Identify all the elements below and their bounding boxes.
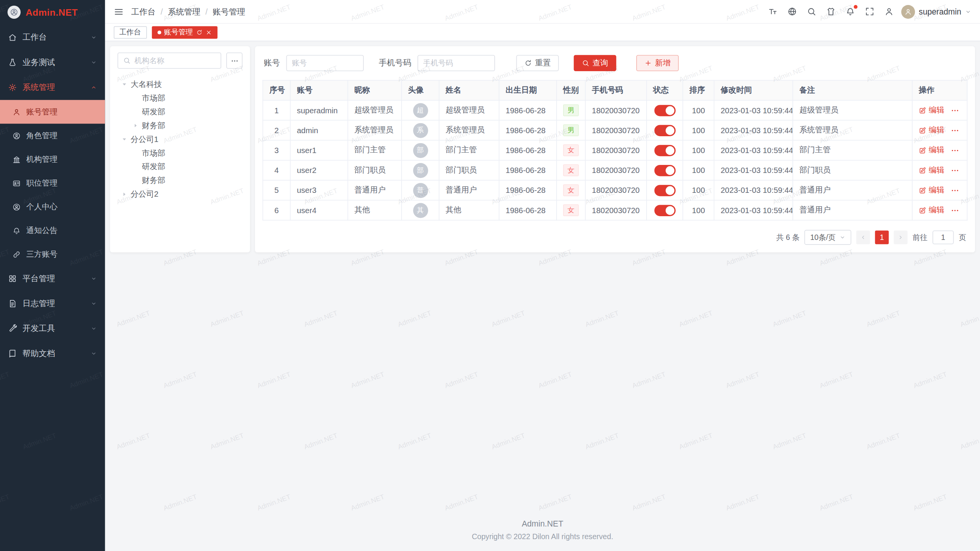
cell-name: 系统管理员 — [439, 120, 499, 140]
refresh-tab-icon[interactable] — [196, 29, 202, 35]
add-button[interactable]: 新增 — [636, 55, 679, 71]
close-tab-icon[interactable] — [205, 29, 211, 35]
notification-bell-icon[interactable] — [846, 7, 855, 16]
tree-node[interactable]: 研发部 — [118, 160, 243, 174]
page-size-select[interactable]: 10条/页 — [805, 230, 851, 245]
page-1-button[interactable]: 1 — [875, 230, 889, 244]
sidebar-item-help-docs[interactable]: 帮助文档 — [0, 341, 105, 366]
edit-button[interactable]: 编辑 — [919, 185, 944, 196]
tab-account-mgmt[interactable]: 账号管理 — [152, 26, 217, 39]
edit-button[interactable]: 编辑 — [919, 165, 944, 176]
status-toggle[interactable] — [654, 125, 676, 136]
tree-caret-icon[interactable] — [121, 81, 127, 87]
sidebar-item-personal-center[interactable]: 个人中心 — [0, 195, 105, 218]
status-toggle[interactable] — [654, 184, 676, 196]
org-search-input[interactable] — [134, 56, 216, 65]
column-header: 状态 — [647, 80, 683, 100]
link-icon — [13, 250, 21, 258]
user-icon[interactable] — [884, 7, 893, 16]
search-button[interactable]: 查询 — [574, 55, 616, 71]
tools-icon — [8, 324, 17, 333]
phone-filter-input[interactable] — [418, 55, 495, 71]
prev-page-button[interactable] — [856, 230, 870, 244]
gender-badge: 女 — [563, 164, 579, 176]
column-header: 排序 — [683, 80, 714, 100]
edit-button[interactable]: 编辑 — [919, 145, 944, 156]
tree-caret-icon[interactable] — [132, 122, 139, 129]
column-header: 头像 — [402, 80, 439, 100]
tree-node[interactable]: 研发部 — [118, 105, 243, 119]
row-more-button[interactable] — [951, 146, 959, 155]
edit-button[interactable]: 编辑 — [919, 105, 944, 116]
cell-actions: 编辑 — [912, 100, 967, 120]
reset-button[interactable]: 重置 — [516, 55, 559, 71]
tree-node[interactable]: 财务部 — [118, 119, 243, 132]
sidebar-item-system-mgmt[interactable]: 系统管理 — [0, 75, 105, 100]
edit-button[interactable]: 编辑 — [919, 205, 944, 216]
cell-nickname: 其他 — [348, 200, 402, 220]
chevron-right-icon — [897, 234, 903, 240]
search-icon[interactable] — [807, 7, 816, 16]
tree-node[interactable]: 市场部 — [118, 91, 243, 105]
status-toggle[interactable] — [654, 205, 676, 216]
sidebar-item-notice-announcement[interactable]: 通知公告 — [0, 218, 105, 242]
tree-more-button[interactable] — [226, 52, 242, 68]
row-more-button[interactable] — [951, 106, 959, 115]
cell-index: 1 — [263, 100, 291, 120]
status-toggle[interactable] — [654, 165, 676, 176]
tree-node[interactable]: 分公司2 — [118, 187, 243, 201]
account-filter-input[interactable] — [286, 55, 364, 71]
breadcrumb-item[interactable]: 工作台 — [131, 6, 156, 17]
tree-caret-icon[interactable] — [121, 191, 127, 197]
tree-node[interactable]: 市场部 — [118, 146, 243, 160]
row-more-button[interactable] — [951, 186, 959, 195]
tree-node[interactable]: 财务部 — [118, 174, 243, 187]
table-row: 3user1部门主管部部门主管1986-06-28女18020030720100… — [263, 140, 967, 160]
status-toggle[interactable] — [654, 104, 676, 116]
sidebar-item-org-mgmt[interactable]: 机构管理 — [0, 147, 105, 171]
font-size-icon[interactable] — [768, 7, 777, 16]
breadcrumb-item[interactable]: 账号管理 — [213, 6, 245, 17]
cell-status — [647, 120, 683, 140]
cell-gender: 男 — [557, 100, 585, 120]
breadcrumb-item[interactable]: 系统管理 — [168, 6, 201, 17]
sidebar-item-platform-mgmt[interactable]: 平台管理 — [0, 266, 105, 291]
user-menu[interactable]: superadmin — [901, 5, 971, 18]
edit-button[interactable]: 编辑 — [919, 125, 944, 136]
cell-nickname: 系统管理员 — [348, 120, 402, 140]
cell-nickname: 部门主管 — [348, 140, 402, 160]
status-toggle[interactable] — [654, 145, 676, 156]
sidebar-item-dev-tools[interactable]: 开发工具 — [0, 316, 105, 341]
globe-icon[interactable] — [787, 7, 797, 16]
row-more-button[interactable] — [951, 166, 959, 174]
menu-collapse-icon[interactable] — [114, 7, 124, 16]
next-page-button[interactable] — [894, 230, 908, 244]
tree-node[interactable]: 大名科技 — [118, 77, 243, 91]
sidebar-item-account-mgmt[interactable]: 账号管理 — [0, 100, 105, 124]
org-search-field[interactable] — [118, 52, 221, 68]
fullscreen-icon[interactable] — [865, 7, 874, 16]
theme-icon[interactable] — [826, 7, 835, 16]
goto-page-input[interactable] — [933, 230, 954, 244]
row-more-button[interactable] — [951, 126, 959, 135]
sidebar-item-label: 职位管理 — [26, 178, 97, 188]
plus-icon — [644, 59, 652, 67]
cell-avatar: 系 — [402, 120, 439, 140]
sidebar-item-log-mgmt[interactable]: 日志管理 — [0, 291, 105, 316]
row-more-button[interactable] — [951, 206, 959, 215]
sidebar-item-third-party-account[interactable]: 三方账号 — [0, 242, 105, 266]
tab-label: 工作台 — [119, 28, 141, 37]
sidebar-item-workbench[interactable]: 工作台 — [0, 25, 105, 50]
content: 大名科技市场部研发部财务部分公司1市场部研发部财务部分公司2 账号 手机号码 重… — [105, 41, 980, 258]
app-logo[interactable]: Admin.NET — [0, 0, 105, 24]
tab-workbench[interactable]: 工作台 — [114, 26, 147, 39]
tree-caret-icon[interactable] — [121, 136, 127, 142]
tree-node[interactable]: 分公司1 — [118, 132, 243, 146]
sidebar-item-business-test[interactable]: 业务测试 — [0, 50, 105, 75]
viewport: Admin.NET 工作台业务测试系统管理账号管理角色管理机构管理职位管理个人中… — [0, 0, 980, 551]
sidebar-item-post-mgmt[interactable]: 职位管理 — [0, 171, 105, 195]
org-tree: 大名科技市场部研发部财务部分公司1市场部研发部财务部分公司2 — [118, 77, 243, 201]
cell-modified-time: 2023-01-03 10:59:44 — [714, 200, 793, 220]
sidebar-item-role-mgmt[interactable]: 角色管理 — [0, 124, 105, 147]
chevron-down-icon — [91, 59, 97, 65]
